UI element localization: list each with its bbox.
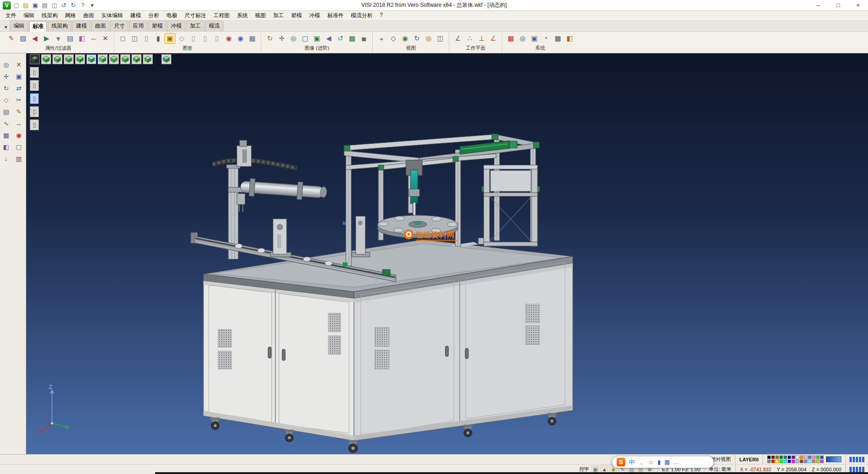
undo-icon[interactable]: ↺ <box>60 1 68 9</box>
zoom-select-icon[interactable]: ◎ <box>1 60 11 70</box>
tab-overflow-caret-icon[interactable]: ▾ <box>2 23 10 31</box>
wireframe-icon[interactable]: ◻ <box>118 33 128 44</box>
menu-item[interactable]: 视图 <box>251 11 269 20</box>
delete-icon[interactable]: ✕ <box>14 60 24 70</box>
dynamic-rotate-icon[interactable]: ↻ <box>264 33 275 44</box>
attribute-brush-icon[interactable]: ▨ <box>18 33 28 44</box>
menu-item[interactable]: 加工 <box>269 11 288 20</box>
viewport-filter-2-button[interactable]: ▯ <box>30 80 39 91</box>
ribbon-tab[interactable]: 尺寸 <box>110 20 128 31</box>
filter-clear-icon[interactable]: ✕ <box>100 33 111 44</box>
chinese-mode-icon[interactable]: 中 <box>629 458 635 466</box>
view-section-icon[interactable]: ◫ <box>435 33 446 44</box>
menu-item[interactable]: 电极 <box>163 11 181 20</box>
sogou-logo-icon[interactable]: S <box>617 458 625 466</box>
view-list-icon[interactable] <box>30 54 40 64</box>
rotate-icon[interactable]: ↻ <box>1 83 11 93</box>
cylinder-view-3-icon[interactable]: ▯ <box>212 33 222 44</box>
palette-swatch[interactable] <box>792 455 795 459</box>
open-file-icon[interactable]: ▨ <box>22 1 30 9</box>
view-rotate-icon[interactable]: ↻ <box>411 33 422 44</box>
viewport-filter-5-button[interactable]: ▯ <box>30 119 39 130</box>
layers-icon[interactable]: ▤ <box>1 107 11 117</box>
palette-swatch[interactable] <box>796 460 799 463</box>
view-eye-icon[interactable]: ◉ <box>400 33 410 44</box>
preview-icon[interactable]: ◫ <box>50 1 58 9</box>
refresh-view-icon[interactable]: ↺ <box>335 33 346 44</box>
palette-swatch[interactable] <box>808 455 811 459</box>
palette-swatch[interactable] <box>820 455 824 459</box>
curve-icon[interactable]: ∿ <box>1 118 11 128</box>
palette-swatch[interactable] <box>779 460 783 463</box>
zoom-extents-icon[interactable]: ◎ <box>288 33 299 44</box>
cylinder-view-2-icon[interactable]: ▯ <box>200 33 211 44</box>
annotate-icon[interactable]: ✎ <box>14 107 24 117</box>
menu-item[interactable]: 曲面 <box>80 11 98 20</box>
toolbox-icon[interactable]: … <box>674 459 679 465</box>
viewport-canvas[interactable]: 智造资料网 Z <box>26 53 868 454</box>
menu-item[interactable]: 分析 <box>145 11 163 20</box>
cube-bottom-icon[interactable] <box>143 54 153 64</box>
ribbon-tab[interactable]: 线架构 <box>48 20 71 31</box>
palette-swatch[interactable] <box>812 455 816 459</box>
palette-swatch[interactable] <box>816 460 820 463</box>
scale-icon[interactable]: ◇ <box>1 95 11 105</box>
material-blue-icon[interactable]: ◉ <box>235 33 246 44</box>
transparency-icon[interactable]: ◇ <box>176 33 187 44</box>
menu-item[interactable]: ? <box>376 11 387 20</box>
zoom-fit-icon[interactable]: ▣ <box>311 33 322 44</box>
cube-iso-se-icon[interactable] <box>52 54 62 64</box>
model-viewport[interactable]: 智造资料网 Z <box>26 53 868 454</box>
print-icon[interactable]: ▤ <box>41 1 49 9</box>
duplicate-icon[interactable]: ▣ <box>14 71 24 81</box>
menu-item[interactable]: 建模 <box>127 11 145 20</box>
viewport-filter-1-button[interactable]: ▯ <box>30 67 39 78</box>
viewport-filter-3-button[interactable]: ▯ <box>30 93 39 104</box>
export-icon[interactable]: ↓ <box>1 154 11 164</box>
palette-swatch[interactable] <box>767 455 771 459</box>
dimension-icon[interactable]: ↔ <box>14 118 24 128</box>
attribute-pencil-icon[interactable]: ✎ <box>6 33 17 44</box>
view-iso-icon[interactable]: ◇ <box>388 33 399 44</box>
zoom-window-icon[interactable]: ▢ <box>300 33 311 44</box>
emoji-icon[interactable]: ☺ <box>648 459 654 465</box>
star-settings-icon[interactable]: * <box>541 33 552 44</box>
palette-swatch[interactable] <box>820 460 824 463</box>
ribbon-tab[interactable]: 建模 <box>72 20 90 31</box>
ribbon-tab[interactable]: 塑模 <box>148 20 166 31</box>
visi-logo[interactable]: V <box>3 1 11 9</box>
palette-swatch[interactable] <box>771 460 775 463</box>
capture-icon[interactable]: ◙ <box>359 33 369 44</box>
menu-item[interactable]: 编辑 <box>20 11 38 20</box>
maximize-button[interactable]: □ <box>828 0 848 10</box>
workplane-normal-icon[interactable]: ⊥ <box>476 33 487 44</box>
palette-swatch[interactable] <box>788 460 791 463</box>
palette-swatch[interactable] <box>816 455 820 459</box>
punctuation-icon[interactable]: ， <box>638 458 644 466</box>
ribbon-tab[interactable]: 模流 <box>205 20 223 31</box>
menu-item[interactable]: 标准件 <box>324 11 347 20</box>
viewport-filter-4-button[interactable]: ▯ <box>30 106 39 117</box>
customize-dropdown-icon[interactable]: ▾ <box>88 1 96 9</box>
palette-swatch[interactable] <box>800 460 803 463</box>
material-red-icon[interactable]: ◉ <box>223 33 234 44</box>
matrix-icon[interactable]: ▩ <box>552 33 563 44</box>
palette-swatch[interactable] <box>800 455 803 459</box>
image-quality-icon[interactable]: ▩ <box>347 33 358 44</box>
palette-icon[interactable]: ◧ <box>1 142 11 152</box>
palette-swatch[interactable] <box>808 460 811 463</box>
menu-item[interactable]: 网格 <box>61 11 80 20</box>
cube-left-icon[interactable] <box>132 54 142 64</box>
new-file-icon[interactable]: ▢ <box>12 1 20 9</box>
shaded-edges-icon[interactable]: ▣ <box>165 33 175 44</box>
dynamic-pan-icon[interactable]: ✛ <box>276 33 287 44</box>
ribbon-tab[interactable]: 应用 <box>129 20 147 31</box>
filter-funnel-icon[interactable]: ▼ <box>53 33 64 44</box>
cube-front-icon[interactable] <box>98 54 108 64</box>
view-axis-icon[interactable]: + <box>376 33 387 44</box>
hidden-line-icon[interactable]: ◫ <box>129 33 140 44</box>
menu-item[interactable]: 实体编辑 <box>98 11 127 20</box>
filter-layers-icon[interactable]: ▤ <box>65 33 75 44</box>
palette-swatch[interactable] <box>812 460 816 463</box>
globe-icon[interactable]: ◎ <box>517 33 528 44</box>
